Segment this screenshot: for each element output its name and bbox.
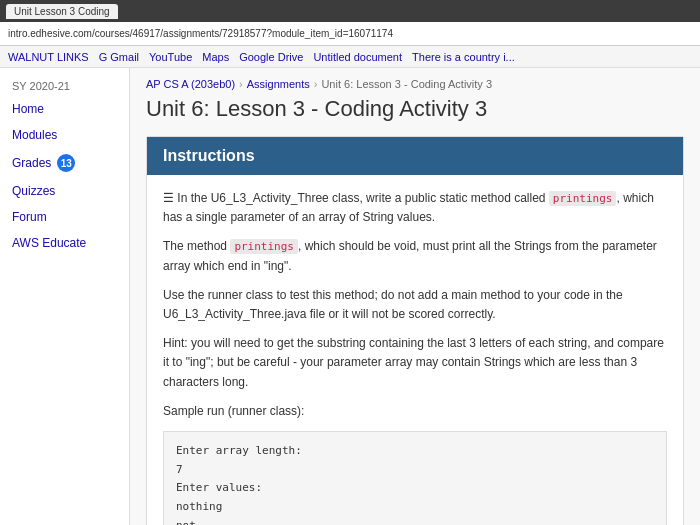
browser-tab: Unit Lesson 3 Coding: [6, 4, 118, 19]
breadcrumb-assignments[interactable]: Assignments: [247, 78, 310, 90]
breadcrumb-current: Unit 6: Lesson 3 - Coding Activity 3: [321, 78, 492, 90]
grades-badge: 13: [57, 154, 75, 172]
sidebar-year: SY 2020-21: [0, 76, 129, 96]
method-name-1: printings: [549, 191, 617, 206]
instruction-p1: ☰ In the U6_L3_Activity_Three class, wri…: [163, 189, 667, 227]
grades-label: Grades: [12, 156, 51, 170]
sidebar-item-forum[interactable]: Forum: [0, 204, 129, 230]
code-block: Enter array length: 7 Enter values: noth…: [163, 431, 667, 525]
address-bar: [0, 22, 700, 46]
bookmark-walnut[interactable]: WALNUT LINKS: [8, 51, 89, 63]
bookmark-country[interactable]: There is a country i...: [412, 51, 515, 63]
breadcrumb-sep-1: ›: [239, 78, 243, 90]
sidebar-item-modules[interactable]: Modules: [0, 122, 129, 148]
main-content: AP CS A (203eb0) › Assignments › Unit 6:…: [130, 68, 700, 525]
breadcrumb-course[interactable]: AP CS A (203eb0): [146, 78, 235, 90]
tab-label: Unit Lesson 3 Coding: [14, 6, 110, 17]
address-input[interactable]: [8, 28, 692, 39]
bookmark-maps[interactable]: Maps: [202, 51, 229, 63]
sample-run-label: Sample run (runner class):: [163, 402, 667, 421]
browser-chrome: Unit Lesson 3 Coding: [0, 0, 700, 22]
instruction-p3: Use the runner class to test this method…: [163, 286, 667, 324]
instructions-card: Instructions ☰ In the U6_L3_Activity_Thr…: [146, 136, 684, 525]
sidebar-item-home[interactable]: Home: [0, 96, 129, 122]
method-name-2: printings: [230, 239, 298, 254]
instruction-p4: Hint: you will need to get the substring…: [163, 334, 667, 392]
bookmark-drive[interactable]: Google Drive: [239, 51, 303, 63]
instructions-body: ☰ In the U6_L3_Activity_Three class, wri…: [147, 175, 683, 525]
breadcrumb: AP CS A (203eb0) › Assignments › Unit 6:…: [146, 78, 684, 90]
sidebar-item-grades[interactable]: Grades 13: [0, 148, 129, 178]
breadcrumb-sep-2: ›: [314, 78, 318, 90]
instruction-p2: The method printings, which should be vo…: [163, 237, 667, 275]
bookmarks-bar: WALNUT LINKS G Gmail YouTube Maps Google…: [0, 46, 700, 68]
sidebar: SY 2020-21 Home Modules Grades 13 Quizze…: [0, 68, 130, 525]
bookmark-youtube[interactable]: YouTube: [149, 51, 192, 63]
page-title: Unit 6: Lesson 3 - Coding Activity 3: [146, 96, 684, 122]
sidebar-item-aws[interactable]: AWS Educate: [0, 230, 129, 256]
sidebar-item-quizzes[interactable]: Quizzes: [0, 178, 129, 204]
bookmark-doc[interactable]: Untitled document: [313, 51, 402, 63]
page-container: SY 2020-21 Home Modules Grades 13 Quizze…: [0, 68, 700, 525]
bookmark-gmail[interactable]: G Gmail: [99, 51, 139, 63]
instructions-header: Instructions: [147, 137, 683, 175]
